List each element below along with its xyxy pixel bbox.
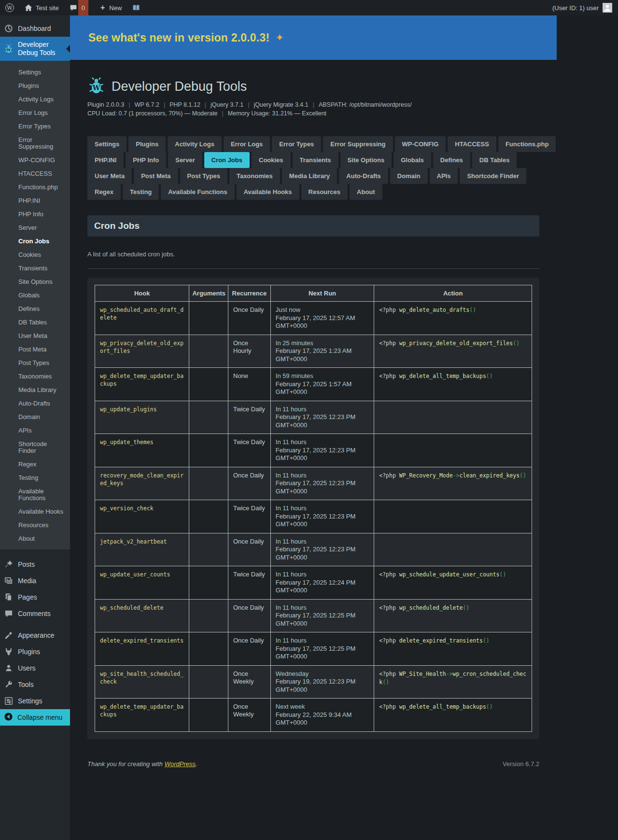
sidebar-item-comments[interactable]: Comments bbox=[0, 605, 70, 622]
sidebar-sub-plugins[interactable]: Plugins bbox=[0, 79, 70, 93]
tab-htaccess[interactable]: HTACCESS bbox=[448, 136, 496, 152]
tab-transients[interactable]: Transients bbox=[293, 152, 338, 168]
sidebar-sub-auto-drafts[interactable]: Auto-Drafts bbox=[0, 397, 70, 410]
sidebar-sub-globals[interactable]: Globals bbox=[0, 289, 70, 302]
sidebar-sub-resources[interactable]: Resources bbox=[0, 518, 70, 532]
sidebar-sub-error-types[interactable]: Error Types bbox=[0, 120, 70, 133]
tab-error-logs[interactable]: Error Logs bbox=[224, 136, 270, 152]
tab-taxonomies[interactable]: Taxonomies bbox=[229, 168, 280, 184]
sidebar-item-media[interactable]: Media bbox=[0, 573, 70, 589]
tab-php-ini[interactable]: PHP.INI bbox=[87, 152, 124, 168]
sidebar-sub-available-functions[interactable]: Available Functions bbox=[0, 485, 70, 505]
tab-cron-jobs[interactable]: Cron Jobs bbox=[204, 152, 250, 168]
tab-plugins[interactable]: Plugins bbox=[128, 136, 166, 152]
wordpress-link[interactable]: WordPress bbox=[165, 760, 196, 768]
sidebar-item-dashboard[interactable]: Dashboard bbox=[0, 20, 70, 37]
new-content-menu[interactable]: + New bbox=[95, 0, 127, 15]
tab-user-meta[interactable]: User Meta bbox=[87, 168, 132, 184]
whats-new-banner[interactable]: See what's new in version 2.0.0.3! ✦ bbox=[70, 15, 557, 60]
sidebar-sub-available-hooks[interactable]: Available Hooks bbox=[0, 505, 70, 518]
wordpress-logo-menu[interactable]: W bbox=[0, 0, 19, 15]
page-title: Developer Debug Tools bbox=[112, 79, 247, 94]
account-menu[interactable]: (User ID: 1) user bbox=[552, 0, 618, 15]
tab-about[interactable]: About bbox=[350, 184, 382, 200]
tab-globals[interactable]: Globals bbox=[393, 152, 431, 168]
sidebar-item-pages[interactable]: Pages bbox=[0, 589, 70, 605]
sidebar-item-tools[interactable]: Tools bbox=[0, 676, 70, 693]
sidebar-sub-domain[interactable]: Domain bbox=[0, 410, 70, 424]
sidebar-sub-media-library[interactable]: Media Library bbox=[0, 383, 70, 397]
sidebar-sub-settings[interactable]: Settings bbox=[0, 66, 70, 79]
sidebar-sub-activity-logs[interactable]: Activity Logs bbox=[0, 93, 70, 106]
sidebar-sub-error-logs[interactable]: Error Logs bbox=[0, 106, 70, 120]
sidebar-sub-testing[interactable]: Testing bbox=[0, 471, 70, 485]
sidebar-sub-regex[interactable]: Regex bbox=[0, 458, 70, 471]
sidebar-item-appearance[interactable]: Appearance bbox=[0, 627, 70, 644]
next-run-relative: In 11 hours bbox=[276, 504, 369, 513]
sidebar-sub-error-suppressing[interactable]: Error Suppressing bbox=[0, 133, 70, 154]
tab-wp-config[interactable]: WP-CONFIG bbox=[395, 136, 446, 152]
sidebar-sub-db-tables[interactable]: DB Tables bbox=[0, 316, 70, 329]
next-run-date: February 17, 2025 12:23 PM bbox=[276, 513, 369, 521]
tab-auto-drafts[interactable]: Auto-Drafts bbox=[339, 168, 388, 184]
sidebar-sub-apis[interactable]: APIs bbox=[0, 424, 70, 437]
sidebar-sub-functions-php[interactable]: Functions.php bbox=[0, 181, 70, 194]
sidebar-sub-htaccess[interactable]: HTACCESS bbox=[0, 167, 70, 181]
site-name-link[interactable]: Test site bbox=[19, 0, 64, 15]
tab-available-hooks[interactable]: Available Hooks bbox=[237, 184, 299, 200]
comments-shortcut[interactable] bbox=[64, 0, 78, 15]
tab-site-options[interactable]: Site Options bbox=[340, 152, 392, 168]
tab-post-types[interactable]: Post Types bbox=[180, 168, 227, 184]
sidebar-sub-transients[interactable]: Transients bbox=[0, 262, 70, 275]
tab-media-library[interactable]: Media Library bbox=[282, 168, 337, 184]
tab-error-types[interactable]: Error Types bbox=[272, 136, 321, 152]
tab-available-functions[interactable]: Available Functions bbox=[161, 184, 234, 200]
sidebar-sub-cookies[interactable]: Cookies bbox=[0, 248, 70, 262]
sidebar-sub-taxonomies[interactable]: Taxonomies bbox=[0, 370, 70, 383]
sidebar-sub-user-meta[interactable]: User Meta bbox=[0, 329, 70, 343]
tab-php-info[interactable]: PHP Info bbox=[126, 152, 166, 168]
tab-server[interactable]: Server bbox=[168, 152, 202, 168]
tab-row: PHP.INIPHP InfoServerCron JobsCookiesTra… bbox=[87, 152, 539, 168]
sidebar-item-users[interactable]: Users bbox=[0, 660, 70, 676]
tab-db-tables[interactable]: DB Tables bbox=[472, 152, 517, 168]
tab-cookies[interactable]: Cookies bbox=[252, 152, 291, 168]
tab-defines[interactable]: Defines bbox=[433, 152, 470, 168]
cell-action: <?php wp_scheduled_delete() bbox=[374, 599, 532, 632]
tab-domain[interactable]: Domain bbox=[390, 168, 428, 184]
tab-resources[interactable]: Resources bbox=[301, 184, 348, 200]
tab-regex[interactable]: Regex bbox=[87, 184, 121, 200]
tab-apis[interactable]: APIs bbox=[430, 168, 458, 184]
sidebar-sub-site-options[interactable]: Site Options bbox=[0, 275, 70, 289]
sidebar-sub-php-info[interactable]: PHP Info bbox=[0, 208, 70, 221]
sidebar-sub-post-meta[interactable]: Post Meta bbox=[0, 343, 70, 356]
comment-count-badge[interactable]: 0 bbox=[78, 0, 88, 15]
sidebar-sub-shortcode-finder[interactable]: Shortcode Finder bbox=[0, 437, 70, 458]
sidebar-item-plugins[interactable]: Plugins bbox=[0, 644, 70, 660]
sidebar-sub-wp-config[interactable]: WP-CONFIG bbox=[0, 154, 70, 167]
tab-bar: SettingsPluginsActivity LogsError LogsEr… bbox=[87, 136, 539, 200]
sidebar-sub-php-ini[interactable]: PHP.INI bbox=[0, 194, 70, 208]
sidebar-sub-about[interactable]: About bbox=[0, 532, 70, 546]
content-wrapper: W Developer Debug Tools Plugin 2.0.0.3|W… bbox=[70, 76, 557, 768]
tab-activity-logs[interactable]: Activity Logs bbox=[168, 136, 222, 152]
tab-functions-php[interactable]: Functions.php bbox=[498, 136, 556, 152]
cell-next-run: WednesdayFebruary 19, 2025 12:23 PMGMT+0… bbox=[270, 665, 374, 699]
sidebar-sub-cron-jobs[interactable]: Cron Jobs bbox=[0, 235, 70, 248]
sidebar-item-settings[interactable]: Settings bbox=[0, 693, 70, 709]
tab-error-suppressing[interactable]: Error Suppressing bbox=[323, 136, 393, 152]
code-token: () bbox=[469, 307, 476, 313]
tab-post-meta[interactable]: Post Meta bbox=[134, 168, 178, 184]
tab-testing[interactable]: Testing bbox=[123, 184, 159, 200]
tab-settings[interactable]: Settings bbox=[87, 136, 126, 152]
sidebar-sub-server[interactable]: Server bbox=[0, 221, 70, 235]
cell-hook: wp_delete_temp_updater_backups bbox=[95, 368, 189, 401]
sidebar-item-posts[interactable]: Posts bbox=[0, 556, 70, 573]
tab-shortcode-finder[interactable]: Shortcode Finder bbox=[460, 168, 526, 184]
sidebar-sub-post-types[interactable]: Post Types bbox=[0, 356, 70, 370]
docs-shortcut[interactable] bbox=[127, 0, 145, 15]
sidebar-item-developer-debug-tools[interactable]: W Developer Debug Tools bbox=[0, 37, 70, 61]
cell-hook: wp_version_check bbox=[95, 500, 189, 533]
sidebar-sub-defines[interactable]: Defines bbox=[0, 302, 70, 316]
collapse-menu-button[interactable]: Collapse menu bbox=[0, 709, 70, 726]
